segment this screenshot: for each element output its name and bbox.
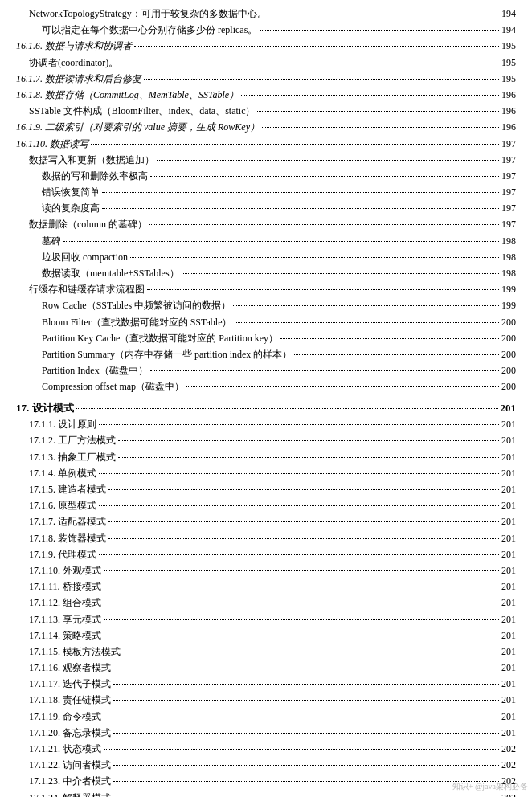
toc-dots [157,160,499,161]
toc-entry: 17.1.12. 组合模式201 [16,595,516,611]
toc-dots [104,603,499,603]
toc-text: 17.1.16. 观察者模式 [29,660,111,676]
toc-entry: 17.1.6. 原型模式201 [16,498,516,513]
toc-dots [134,46,499,47]
toc-page: 201 [501,725,516,741]
toc-entry: 17.1.13. 享元模式201 [16,612,516,627]
toc-entry: 数据删除（column 的墓碑）197 [16,217,516,232]
toc-text: 17.1.23. 中介者模式 [29,774,111,789]
toc-text: Compression offset map（磁盘中） [42,379,184,394]
toc-page: 199 [501,282,516,297]
toc-text: 17.1.7. 适配器模式 [29,514,106,529]
toc-page: 201 [501,709,516,725]
toc-dots [186,386,499,387]
toc-entry: 17.1.15. 模板方法模式201 [16,644,516,660]
toc-text: 17.1.14. 策略模式 [29,628,101,644]
toc-text: Partition Key Cache（查找数据可能对应的 Partition … [42,331,278,346]
toc-text: 读的复杂度高 [42,201,100,216]
toc-entry: 17.1.24. 解释器模式202 [16,791,516,797]
toc-page: 201 [501,563,516,578]
toc-page: 198 [501,266,516,281]
toc-text: Partition Index（磁盘中） [42,363,148,378]
toc-page: 201 [501,547,516,562]
toc-text: 17.1.9. 代理模式 [29,547,96,562]
toc-entry: 17.1.10. 外观模式201 [16,563,516,578]
toc-dots [108,489,499,490]
toc-page: 199 [501,298,516,313]
toc-entry: 17.1.7. 适配器模式201 [16,514,516,529]
toc-text: 17.1.20. 备忘录模式 [29,725,111,741]
toc-entry: Row Cache（SSTables 中频繁被访问的数据）199 [16,298,516,313]
toc-entry: Partition Summary（内存中存储一些 partition inde… [16,347,516,362]
toc-entry: 17.1.2. 工厂方法模式201 [16,433,516,448]
toc-text: 16.1.8. 数据存储（CommitLog、MemTable、SSTable） [16,88,239,103]
toc-text: 17.1.5. 建造者模式 [29,482,106,497]
toc-page: 197 [501,153,516,168]
toc-page: 195 [501,55,516,71]
toc-page: 196 [501,104,516,119]
toc-entry: 16.1.9. 二级索引（对要索引的 value 摘要，生成 RowKey）19… [16,120,516,135]
toc-text: 17.1.15. 模板方法模式 [29,644,121,660]
toc-dots [104,587,499,587]
toc-dots [121,63,499,63]
toc-dots [113,765,499,766]
toc-dots [118,440,499,441]
toc-entry: 17.1.11. 桥接模式201 [16,579,516,595]
toc-dots [113,700,499,701]
toc-page: 201 [501,628,516,644]
toc-container: NetworkTopologyStrategy：可用于较复杂的多数据中心。194… [16,6,516,797]
toc-dots [233,305,499,306]
toc-page: 201 [501,400,517,417]
toc-page: 197 [501,137,516,152]
toc-text: 16.1.6. 数据与请求和协调者 [16,39,132,54]
toc-dots [104,636,499,636]
toc-text: 17.1.6. 原型模式 [29,498,96,513]
toc-dots [144,79,499,80]
toc-entry: 协调者(coordinator)。195 [16,55,516,71]
toc-page: 201 [501,498,516,513]
toc-dots [104,570,499,571]
toc-entry: 读的复杂度高197 [16,201,516,216]
toc-page: 201 [501,482,516,497]
toc-text: 17. 设计模式 [16,400,74,417]
toc-text: NetworkTopologyStrategy：可用于较复杂的多数据中心。 [29,6,267,22]
toc-page: 200 [501,315,516,330]
toc-text: 17.1.24. 解释器模式 [29,791,111,797]
toc-entry: 行缓存和键缓存请求流程图199 [16,282,516,297]
toc-dots [147,289,499,290]
toc-text: 数据写入和更新（数据追加） [29,153,154,168]
toc-page: 201 [501,660,516,676]
toc-text: 17.1.3. 抽象工厂模式 [29,450,116,465]
toc-entry: 17.1.23. 中介者模式202 [16,774,516,789]
toc-entry: NetworkTopologyStrategy：可用于较复杂的多数据中心。194 [16,6,516,22]
toc-entry: 17.1.16. 观察者模式201 [16,660,516,676]
toc-entry: 17.1.18. 责任链模式201 [16,693,516,708]
toc-entry: SSTable 文件构成（BloomFilter、index、data、stat… [16,104,516,119]
toc-dots [149,224,499,225]
toc-dots [104,749,499,750]
toc-dots [118,457,499,458]
toc-dots [102,192,499,193]
toc-page: 196 [501,120,516,135]
toc-page: 194 [501,6,516,22]
toc-dots [257,111,499,112]
toc-page: 197 [501,217,516,232]
toc-dots [104,717,499,717]
toc-page: 195 [501,72,516,87]
toc-entry: 17.1.22. 访问者模式202 [16,758,516,773]
toc-text: 16.1.7. 数据读请求和后台修复 [16,72,141,87]
toc-dots [241,95,499,96]
toc-dots [294,354,499,355]
toc-entry: 数据读取（memtable+SSTables）198 [16,266,516,281]
toc-text: 错误恢复简单 [42,185,100,200]
toc-entry: 17.1.1. 设计原则201 [16,417,516,432]
toc-page: 201 [501,417,516,432]
toc-text: 17.1.21. 状态模式 [29,742,101,757]
toc-page: 198 [501,234,516,249]
toc-entry: 垃圾回收 compaction198 [16,250,516,265]
toc-dots [91,144,499,145]
toc-dots [113,781,499,782]
toc-entry: 17.1.20. 备忘录模式201 [16,725,516,741]
toc-dots [235,322,500,323]
toc-page: 197 [501,185,516,200]
